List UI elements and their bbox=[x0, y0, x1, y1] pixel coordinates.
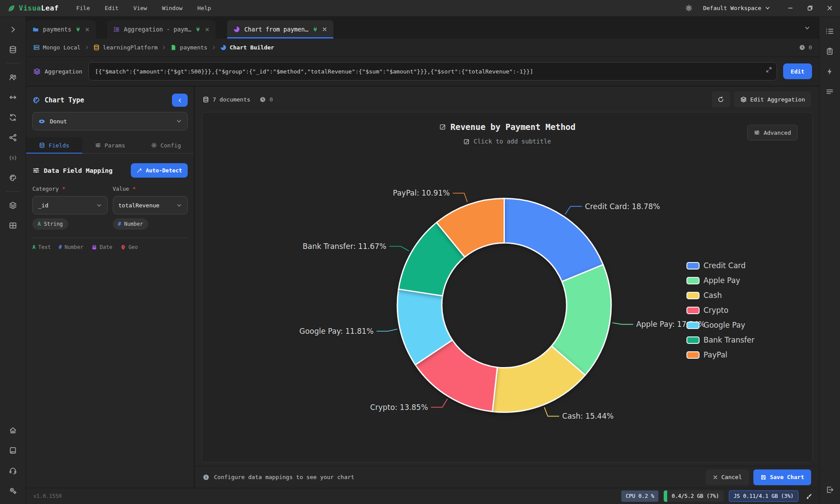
window-restore-button[interactable] bbox=[807, 5, 813, 11]
chart-subtitle[interactable]: Click to add subtitle bbox=[202, 138, 812, 145]
cancel-button[interactable]: Cancel bbox=[706, 469, 749, 485]
sync-icon[interactable] bbox=[4, 108, 22, 126]
paintbrush-icon[interactable] bbox=[805, 493, 813, 500]
tab-aggregation[interactable]: Aggregation - paym… bbox=[107, 20, 216, 38]
pie-chart-icon bbox=[233, 26, 240, 33]
save-icon bbox=[760, 474, 766, 480]
layers-icon[interactable] bbox=[4, 196, 22, 214]
tab-label: Chart from paymen… bbox=[244, 26, 308, 33]
chevron-down-icon bbox=[176, 118, 182, 124]
refresh-icon bbox=[718, 96, 724, 103]
menu-lines-icon[interactable] bbox=[821, 83, 839, 100]
window-minimize-button[interactable] bbox=[787, 5, 794, 11]
braces-icon[interactable]: {s} bbox=[4, 149, 22, 166]
breadcrumb-chart-builder[interactable]: Chart Builder bbox=[220, 44, 274, 51]
edit-aggregation-button[interactable]: Edit Aggregation bbox=[734, 91, 811, 107]
sliders-icon bbox=[32, 167, 40, 174]
legend-item-google-pay[interactable]: Google Pay bbox=[686, 321, 754, 329]
arrows-h-icon[interactable] bbox=[4, 88, 22, 106]
donut-icon bbox=[38, 118, 46, 125]
value-select[interactable]: totalRevenue bbox=[113, 196, 188, 214]
list-check-icon[interactable] bbox=[821, 22, 839, 40]
collapse-panel-button[interactable] bbox=[172, 94, 188, 107]
tab-payments[interactable]: payments bbox=[26, 20, 96, 38]
label-leader-line bbox=[377, 329, 397, 331]
aggregation-pipeline-input[interactable]: [{"$match":{"amount":{"$gt":500}}},{"$gr… bbox=[88, 62, 777, 80]
slice-label: Bank Transfer: 11.67% bbox=[303, 242, 386, 251]
expand-icon[interactable] bbox=[766, 66, 772, 73]
legend-item-crypto[interactable]: Crypto bbox=[686, 306, 754, 315]
tab-close-icon[interactable] bbox=[205, 27, 210, 32]
clipboard-icon[interactable] bbox=[821, 42, 839, 60]
database-icon[interactable] bbox=[4, 41, 22, 58]
legend-label: Crypto bbox=[704, 306, 728, 315]
tab-close-icon[interactable] bbox=[85, 27, 90, 32]
tab-close-icon[interactable] bbox=[322, 27, 327, 32]
breadcrumb-connection[interactable]: Mongo Local bbox=[33, 44, 80, 51]
chart-title[interactable]: Revenue by Payment Method bbox=[439, 122, 576, 132]
breadcrumb-collection[interactable]: payments bbox=[170, 44, 207, 51]
workspace-label: Default Workspace bbox=[703, 5, 761, 11]
users-icon[interactable] bbox=[4, 68, 22, 86]
layers-icon bbox=[740, 96, 747, 103]
legend-item-cash[interactable]: Cash bbox=[686, 291, 754, 300]
tab-fields[interactable]: Fields bbox=[26, 137, 82, 153]
breadcrumb: Mongo Local learningPlatform payments Ch… bbox=[26, 38, 819, 57]
chevron-right-icon[interactable] bbox=[4, 21, 22, 38]
value-label: Value * bbox=[113, 186, 188, 192]
bolt-icon[interactable] bbox=[821, 63, 839, 80]
logout-icon[interactable] bbox=[821, 481, 839, 498]
legend-swatch bbox=[686, 292, 700, 299]
menu-window[interactable]: Window bbox=[162, 5, 182, 11]
category-label: Category * bbox=[32, 186, 108, 192]
menu-help[interactable]: Help bbox=[197, 5, 211, 11]
mapping-title: Data Field Mapping bbox=[44, 167, 112, 174]
home-icon[interactable] bbox=[4, 421, 22, 439]
gears-icon[interactable] bbox=[4, 482, 22, 499]
donut-slice-credit-card[interactable] bbox=[504, 199, 603, 282]
leaf-logo-icon bbox=[7, 4, 16, 13]
tab-chart-builder[interactable]: Chart from paymen… bbox=[227, 20, 333, 38]
save-chart-button[interactable]: Save Chart bbox=[753, 469, 811, 485]
book-icon[interactable] bbox=[4, 441, 22, 459]
workspace-switcher[interactable]: Default Workspace bbox=[703, 5, 770, 11]
chart-type-select[interactable]: Donut bbox=[32, 112, 188, 130]
file-icon bbox=[170, 44, 177, 51]
legend-label: Google Pay bbox=[704, 321, 745, 329]
legend-item-apple-pay[interactable]: Apple Pay bbox=[686, 276, 754, 285]
results-bar: 7 documents 0 Edit Aggregation bbox=[195, 87, 819, 112]
legend-label: PayPal bbox=[704, 350, 728, 359]
settings-gear-icon[interactable] bbox=[685, 4, 693, 12]
label-leader-line bbox=[565, 206, 582, 214]
menu-edit[interactable]: Edit bbox=[105, 5, 119, 11]
refresh-button[interactable] bbox=[712, 91, 730, 107]
breadcrumb-database[interactable]: learningPlatform bbox=[93, 44, 158, 51]
tab-params[interactable]: Params bbox=[82, 137, 138, 153]
chevron-down-icon bbox=[765, 5, 770, 11]
tab-overflow-button[interactable] bbox=[800, 23, 815, 34]
info-icon bbox=[203, 474, 210, 481]
edit-pipeline-button[interactable]: Edit bbox=[783, 63, 812, 79]
slice-label: PayPal: 10.91% bbox=[393, 189, 450, 197]
auto-detect-button[interactable]: Auto-Detect bbox=[131, 163, 188, 178]
category-select[interactable]: _id bbox=[32, 196, 108, 214]
advanced-button[interactable]: Advanced bbox=[747, 125, 798, 140]
slice-label: Credit Card: 18.78% bbox=[585, 202, 660, 211]
history-clock-icon[interactable] bbox=[799, 44, 805, 51]
chevron-down-icon bbox=[96, 203, 102, 208]
menu-file[interactable]: File bbox=[76, 5, 90, 11]
share-icon[interactable] bbox=[4, 129, 22, 146]
table-icon[interactable] bbox=[4, 217, 22, 234]
legend-item-credit-card[interactable]: Credit Card bbox=[686, 261, 754, 270]
headset-icon[interactable] bbox=[4, 462, 22, 479]
palette-icon[interactable] bbox=[4, 169, 22, 186]
titlebar: VisuaLeaf File Edit View Window Help Def… bbox=[0, 0, 840, 17]
window-close-button[interactable] bbox=[826, 5, 833, 11]
database-icon bbox=[203, 96, 209, 103]
legend-item-bank-transfer[interactable]: Bank Transfer bbox=[686, 336, 754, 344]
menu-view[interactable]: View bbox=[133, 5, 147, 11]
legend-label: Bank Transfer bbox=[704, 336, 754, 344]
legend-item-paypal[interactable]: PayPal bbox=[686, 350, 754, 359]
tab-config[interactable]: Config bbox=[138, 137, 194, 153]
app-window: VisuaLeaf File Edit View Window Help Def… bbox=[0, 0, 840, 504]
